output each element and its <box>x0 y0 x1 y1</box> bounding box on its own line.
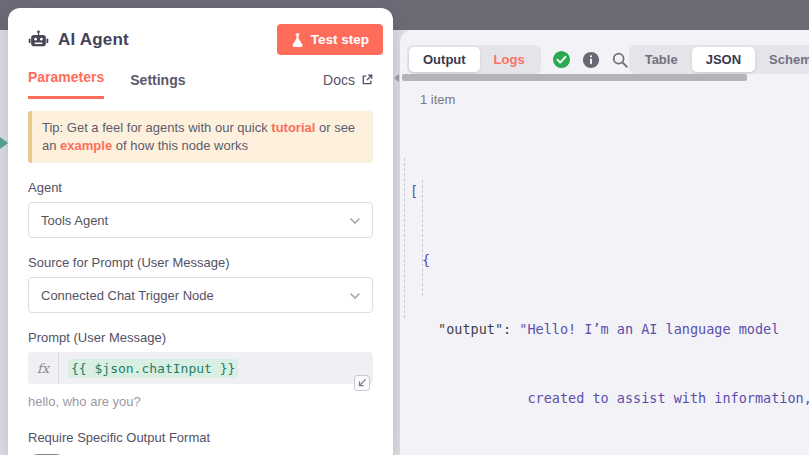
json-line: [ <box>410 180 809 203</box>
info-icon[interactable] <box>582 51 600 69</box>
node-tabs: Parameters Settings Docs <box>28 69 373 99</box>
tab-settings[interactable]: Settings <box>130 72 185 99</box>
tip-callout: Tip: Get a feel for agents with our quic… <box>28 111 373 163</box>
indent-guide <box>404 158 405 318</box>
screen: AI Agent Test step Parameters Settings D… <box>0 0 809 455</box>
docs-link[interactable]: Docs <box>323 72 373 99</box>
search-icon[interactable] <box>611 51 629 69</box>
node-header: AI Agent Test step <box>28 24 373 55</box>
json-key: "output": <box>438 321 519 337</box>
output-format-label: Require Specific Output Format <box>28 430 373 445</box>
example-link[interactable]: example <box>60 138 112 153</box>
json-line: created to assist with information, <box>410 387 809 410</box>
expression-preview: hello, who are you? <box>28 394 373 409</box>
output-controls: Output Logs <box>400 30 809 74</box>
tab-output[interactable]: Output <box>409 47 480 72</box>
node-title: AI Agent <box>58 30 129 50</box>
robot-icon <box>28 29 49 50</box>
tab-schema[interactable]: Schema <box>755 47 809 72</box>
agent-field-label: Agent <box>28 180 373 195</box>
format-switcher: Table JSON Schema <box>629 45 809 74</box>
tab-logs[interactable]: Logs <box>480 47 539 72</box>
expression-input[interactable]: fx {{ $json.chatInput }} <box>28 352 373 384</box>
tab-json[interactable]: JSON <box>692 47 755 72</box>
json-line: "output": "Hello! I’m an AI language mod… <box>410 318 809 341</box>
output-logs-switcher: Output Logs <box>407 45 541 74</box>
fx-badge: fx <box>28 352 59 384</box>
flask-icon <box>291 33 304 47</box>
tab-parameters[interactable]: Parameters <box>28 69 104 99</box>
prompt-field-label: Prompt (User Message) <box>28 330 373 345</box>
input-connector-arrow <box>0 137 8 149</box>
tab-table[interactable]: Table <box>631 47 692 72</box>
items-count: 1 item <box>420 92 455 107</box>
prompt-source-field-label: Source for Prompt (User Message) <box>28 255 373 270</box>
horizontal-scrollbar[interactable] <box>402 74 747 81</box>
agent-select[interactable]: Tools Agent <box>28 202 373 238</box>
external-link-icon <box>361 74 373 86</box>
success-check-icon <box>552 50 571 69</box>
json-line: { <box>410 249 809 272</box>
test-step-button[interactable]: Test step <box>277 24 383 55</box>
tutorial-link[interactable]: tutorial <box>271 120 315 135</box>
json-value: "Hello! I’m an AI language model <box>519 321 779 337</box>
chevron-down-icon <box>349 215 361 230</box>
output-panel: Output Logs <box>400 30 809 455</box>
node-details-panel: AI Agent Test step Parameters Settings D… <box>8 8 393 455</box>
json-output-view: [ { "output": "Hello! I’m an AI language… <box>410 134 809 455</box>
expand-expression-button[interactable] <box>354 375 370 391</box>
expression-value[interactable]: {{ $json.chatInput }} <box>68 359 238 378</box>
panel-resize-arrow-icon[interactable] <box>394 74 399 82</box>
prompt-source-select[interactable]: Connected Chat Trigger Node <box>28 277 373 313</box>
chevron-down-icon <box>349 290 361 305</box>
